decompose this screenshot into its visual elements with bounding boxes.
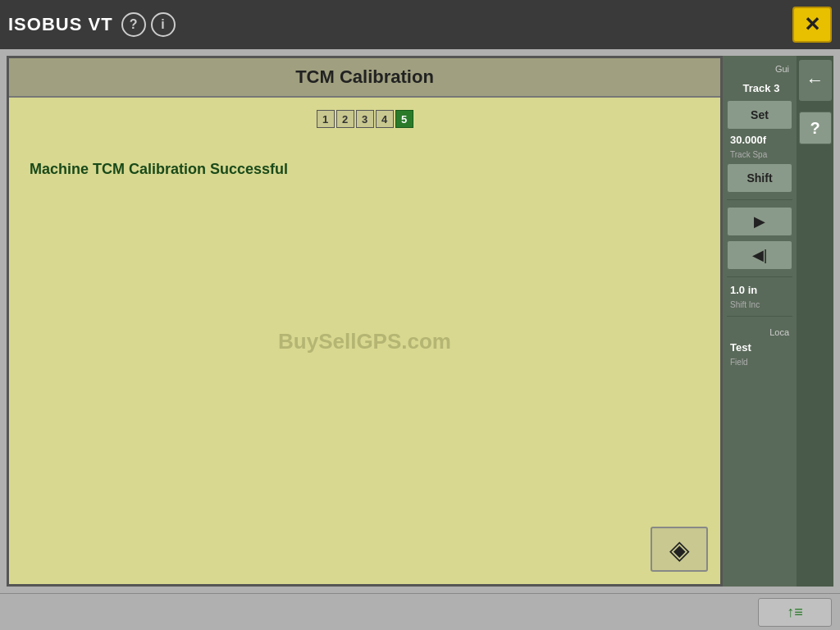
- watermark: BuySellGPS.com: [278, 328, 451, 354]
- step-5[interactable]: 5: [395, 110, 413, 128]
- tcm-body: 1 2 3 4 5 Machine TCM Calibration Succes…: [9, 98, 720, 584]
- header-icons: ? i: [121, 12, 176, 37]
- shift-button[interactable]: Shift: [727, 163, 792, 193]
- app-title: ISOBUS VT: [8, 14, 113, 35]
- help-icon-button[interactable]: ?: [121, 12, 146, 37]
- right-sidebar: Gui Track 3 Set 30.000f Track Spa Shift …: [723, 56, 797, 587]
- success-message: Machine TCM Calibration Successful: [30, 161, 708, 178]
- divider-2: [727, 276, 792, 277]
- step-1[interactable]: 1: [317, 110, 335, 128]
- tcm-title-bar: TCM Calibration: [9, 58, 720, 98]
- back-arrow-icon: ←: [806, 70, 824, 91]
- bottom-bar: ↑≡: [0, 593, 840, 630]
- step-4[interactable]: 4: [376, 110, 394, 128]
- track-spacing-label: Track Spa: [727, 150, 792, 159]
- shift-inc-value: 1.0 in: [727, 284, 792, 296]
- help-button[interactable]: ?: [799, 112, 832, 144]
- header-bar: ISOBUS VT ? i ✕: [0, 0, 840, 49]
- field-sublabel: Field: [727, 358, 792, 367]
- track-spacing-value: 30.000f: [727, 134, 792, 146]
- shift-inc-label: Shift Inc: [727, 300, 792, 309]
- next-arrow-icon: ◈: [669, 534, 690, 565]
- set-button[interactable]: Set: [727, 100, 792, 130]
- menu-icon: ↑≡: [787, 604, 803, 621]
- back-button[interactable]: ←: [799, 60, 832, 101]
- tcm-title: TCM Calibration: [295, 66, 434, 87]
- close-button[interactable]: ✕: [792, 7, 832, 43]
- step-indicators: 1 2 3 4 5: [317, 110, 413, 128]
- track-label: Track 3: [740, 82, 780, 94]
- field-name: Test: [727, 341, 792, 354]
- forward-arrow-button[interactable]: ▶: [727, 207, 792, 236]
- location-label: Loca: [727, 327, 792, 337]
- track-label-area: Track 3: [737, 78, 783, 96]
- info-icon-button[interactable]: i: [151, 12, 176, 37]
- tcm-panel: TCM Calibration 1 2 3 4 5 Machine TCM Ca…: [7, 56, 723, 587]
- content-wrapper: TCM Calibration 1 2 3 4 5 Machine TCM Ca…: [0, 49, 840, 593]
- back-to-start-button[interactable]: ◀|: [727, 240, 792, 270]
- far-right-nav: ← ?: [797, 56, 833, 587]
- next-button[interactable]: ◈: [651, 527, 708, 572]
- divider-1: [727, 199, 792, 200]
- step-3[interactable]: 3: [356, 110, 374, 128]
- step-2[interactable]: 2: [336, 110, 354, 128]
- divider-3: [727, 316, 792, 317]
- menu-button[interactable]: ↑≡: [758, 598, 832, 627]
- guide-label: Gui: [727, 64, 792, 74]
